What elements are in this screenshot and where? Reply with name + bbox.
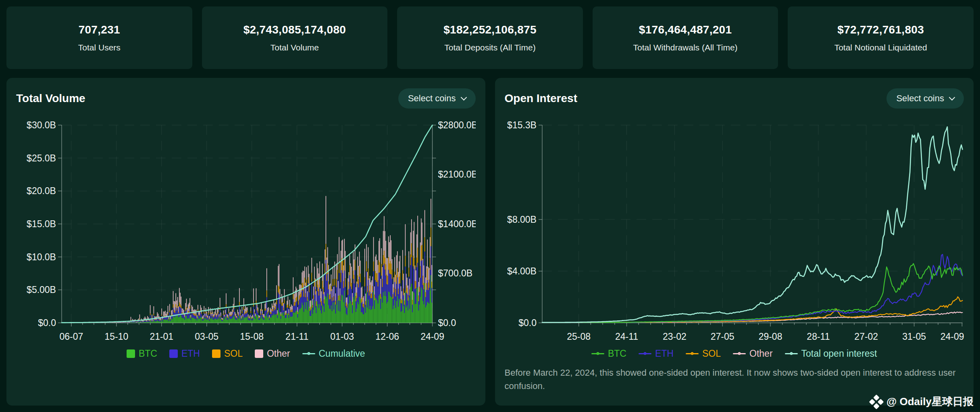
svg-text:$20.0B: $20.0B xyxy=(27,186,56,196)
legend-line-marker xyxy=(639,351,651,356)
stat-value: $182,252,106,875 xyxy=(443,23,537,36)
oi-note: Before March 22, 2024, this showed one-s… xyxy=(505,366,956,393)
legend-line-marker xyxy=(785,351,798,356)
legend-item-btc[interactable]: BTC xyxy=(591,348,626,359)
svg-text:21-11: 21-11 xyxy=(285,331,308,342)
legend-line-marker xyxy=(302,351,315,356)
svg-text:$0.0: $0.0 xyxy=(38,318,56,328)
legend-item-other[interactable]: Other xyxy=(255,348,290,359)
odaily-logo-icon xyxy=(869,394,884,409)
svg-text:03-05: 03-05 xyxy=(195,331,218,342)
select-coins-label: Select coins xyxy=(408,93,456,104)
legend-label: ETH xyxy=(655,348,674,359)
stat-label: Total Withdrawals (All Time) xyxy=(633,43,738,52)
legend-item-eth[interactable]: ETH xyxy=(169,348,200,359)
oi-chart-canvas[interactable]: $15.3B$8.00B$4.00B$0.025-0824-1123-0227-… xyxy=(505,115,964,345)
svg-text:$15.0B: $15.0B xyxy=(27,219,56,229)
svg-text:24-11: 24-11 xyxy=(615,331,638,342)
stat-card-total-withdrawals: $176,464,487,201 Total Withdrawals (All … xyxy=(593,6,778,69)
svg-text:28-11: 28-11 xyxy=(807,331,830,342)
legend-item-total-open-interest[interactable]: Total open interest xyxy=(785,348,877,359)
stat-value: $176,464,487,201 xyxy=(639,23,732,36)
chevron-down-icon xyxy=(949,94,955,100)
legend-line-marker xyxy=(591,351,604,356)
svg-text:$10.0B: $10.0B xyxy=(27,252,56,262)
svg-text:$30.0B: $30.0B xyxy=(27,120,56,130)
stat-value: $72,772,761,803 xyxy=(837,23,924,36)
volume-chart-canvas[interactable]: $30.0B$25.0B$20.0B$15.0B$10.0B$5.00B$0.0… xyxy=(16,115,476,345)
legend-label: ETH xyxy=(181,348,200,359)
svg-text:15-10: 15-10 xyxy=(104,331,128,342)
legend-swatch xyxy=(169,349,178,358)
svg-text:15-08: 15-08 xyxy=(240,331,264,342)
charts-row: Total Volume Select coins $30.0B$25.0B$2… xyxy=(6,78,974,406)
svg-text:27-05: 27-05 xyxy=(710,331,734,342)
open-interest-panel: Open Interest Select coins $15.3B$8.00B$… xyxy=(495,78,974,406)
watermark: @ Odaily星球日报 xyxy=(871,395,974,409)
legend-item-btc[interactable]: BTC xyxy=(127,348,157,359)
legend-label: Total open interest xyxy=(801,348,877,359)
stat-card-total-volume: $2,743,085,174,080 Total Volume xyxy=(202,6,388,69)
svg-text:06-07: 06-07 xyxy=(59,331,83,342)
chevron-down-icon xyxy=(460,94,467,100)
legend-swatch xyxy=(255,349,263,358)
stat-label: Total Deposits (All Time) xyxy=(444,43,535,52)
stat-value: $2,743,085,174,080 xyxy=(243,23,346,36)
legend-label: Other xyxy=(267,348,290,359)
legend-label: Cumulative xyxy=(319,348,365,359)
legend-swatch xyxy=(212,349,221,358)
volume-legend: BTCETHSOLOtherCumulative xyxy=(16,347,476,360)
legend-line-marker xyxy=(686,351,699,356)
svg-text:01-03: 01-03 xyxy=(330,331,354,342)
stat-value: 707,231 xyxy=(79,23,120,36)
svg-text:$0.0: $0.0 xyxy=(438,318,456,328)
svg-text:12-06: 12-06 xyxy=(375,331,399,342)
legend-item-other[interactable]: Other xyxy=(733,348,773,359)
legend-line-marker xyxy=(733,351,746,356)
stat-label: Total Users xyxy=(78,43,121,52)
svg-text:$0.0: $0.0 xyxy=(518,318,537,328)
svg-text:$1400.0B: $1400.0B xyxy=(438,219,476,229)
svg-text:31-05: 31-05 xyxy=(902,331,926,342)
legend-label: Other xyxy=(749,348,773,359)
svg-text:$5.00B: $5.00B xyxy=(27,284,56,295)
stats-row: 707,231 Total Users $2,743,085,174,080 T… xyxy=(6,6,974,69)
svg-text:$25.0B: $25.0B xyxy=(27,153,56,163)
select-coins-button[interactable]: Select coins xyxy=(886,88,964,109)
svg-text:24-09: 24-09 xyxy=(940,331,964,342)
stat-label: Total Volume xyxy=(270,43,319,52)
oi-legend: BTCETHSOLOtherTotal open interest xyxy=(505,347,964,360)
legend-item-cumulative[interactable]: Cumulative xyxy=(302,348,365,359)
svg-text:$700.0B: $700.0B xyxy=(438,268,473,278)
svg-text:$2800.0B: $2800.0B xyxy=(438,120,476,130)
svg-text:21-01: 21-01 xyxy=(150,331,173,342)
legend-label: BTC xyxy=(139,348,157,359)
svg-text:23-02: 23-02 xyxy=(662,331,686,342)
svg-text:24-09: 24-09 xyxy=(420,331,444,342)
stat-card-total-users: 707,231 Total Users xyxy=(6,6,192,69)
legend-item-sol[interactable]: SOL xyxy=(686,348,721,359)
svg-text:$4.00B: $4.00B xyxy=(507,266,537,276)
svg-text:$8.00B: $8.00B xyxy=(507,214,537,225)
stat-card-total-deposits: $182,252,106,875 Total Deposits (All Tim… xyxy=(397,6,583,69)
legend-item-eth[interactable]: ETH xyxy=(639,348,674,359)
svg-text:$15.3B: $15.3B xyxy=(507,120,537,130)
select-coins-button[interactable]: Select coins xyxy=(398,88,476,109)
page-title-open-interest: Open Interest xyxy=(505,92,577,105)
select-coins-label: Select coins xyxy=(896,93,944,104)
svg-text:27-02: 27-02 xyxy=(854,331,878,342)
legend-label: BTC xyxy=(608,348,626,359)
legend-label: SOL xyxy=(702,348,721,359)
panel-header: Open Interest Select coins xyxy=(505,88,964,109)
legend-item-sol[interactable]: SOL xyxy=(212,348,243,359)
page-title-total-volume: Total Volume xyxy=(16,92,85,105)
svg-text:$2100.0B: $2100.0B xyxy=(438,169,476,180)
stat-label: Total Notional Liquidated xyxy=(834,43,927,52)
legend-label: SOL xyxy=(224,348,243,359)
svg-text:29-08: 29-08 xyxy=(758,331,782,342)
total-volume-panel: Total Volume Select coins $30.0B$25.0B$2… xyxy=(6,78,485,406)
panel-header: Total Volume Select coins xyxy=(16,88,476,109)
legend-swatch xyxy=(127,349,135,358)
watermark-text: @ Odaily星球日报 xyxy=(886,395,974,409)
stat-card-total-notional-liquidated: $72,772,761,803 Total Notional Liquidate… xyxy=(788,6,974,69)
